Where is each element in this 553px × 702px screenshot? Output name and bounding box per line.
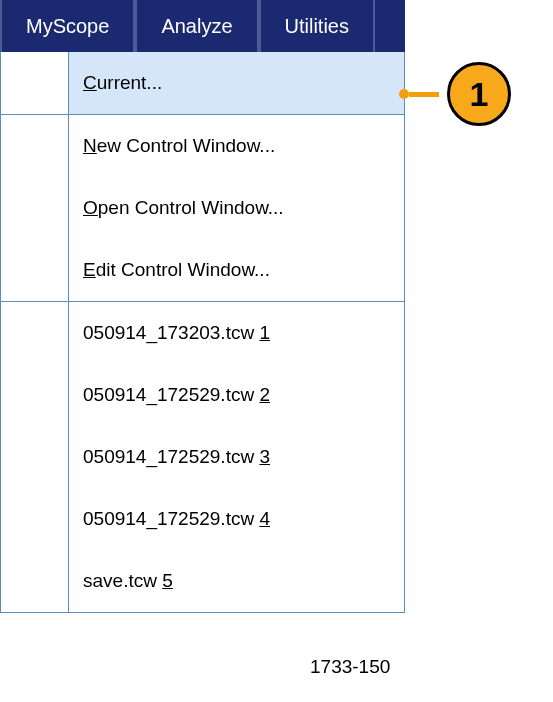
menu-item-label: 050914_172529.tcw 4 — [69, 490, 284, 548]
menu-gutter — [1, 115, 69, 177]
menu-gutter — [1, 177, 69, 239]
figure-id: 1733-150 — [310, 656, 390, 678]
menu-item-label: Edit Control Window... — [69, 241, 284, 299]
menu-tab-analyze[interactable]: Analyze — [135, 0, 258, 52]
menu-item-label: 050914_173203.tcw 1 — [69, 304, 284, 362]
menu-item-recent-4[interactable]: 050914_172529.tcw 4 — [1, 488, 404, 550]
callout-1: 1 — [405, 62, 511, 126]
menu-item-label: Current... — [69, 54, 176, 112]
menu-tab-utilities[interactable]: Utilities — [259, 0, 375, 52]
menu-gutter — [1, 52, 69, 114]
menu-tab-myscope[interactable]: MyScope — [0, 0, 135, 52]
menu-item-new-control-window[interactable]: New Control Window... — [1, 115, 404, 177]
dropdown-section-recent: 050914_173203.tcw 1 050914_172529.tcw 2 … — [1, 302, 404, 612]
menu-gutter — [1, 364, 69, 426]
menu-gutter — [1, 302, 69, 364]
menubar: MyScope Analyze Utilities — [0, 0, 405, 52]
menu-item-label: 050914_172529.tcw 3 — [69, 428, 284, 486]
dropdown-section-current: Current... — [1, 52, 404, 115]
callout-circle: 1 — [447, 62, 511, 126]
menu-item-label: Open Control Window... — [69, 179, 298, 237]
menu-gutter — [1, 488, 69, 550]
menu-gutter — [1, 550, 69, 612]
menu-item-label: 050914_172529.tcw 2 — [69, 366, 284, 424]
menu-item-edit-control-window[interactable]: Edit Control Window... — [1, 239, 404, 301]
menu-gutter — [1, 426, 69, 488]
menu-item-recent-2[interactable]: 050914_172529.tcw 2 — [1, 364, 404, 426]
dropdown-menu: Current... New Control Window... Open Co… — [0, 52, 405, 613]
menu-item-label: New Control Window... — [69, 117, 289, 175]
menu-item-recent-1[interactable]: 050914_173203.tcw 1 — [1, 302, 404, 364]
menu-item-current[interactable]: Current... — [1, 52, 404, 114]
dropdown-section-control: New Control Window... Open Control Windo… — [1, 115, 404, 302]
menu-item-label: save.tcw 5 — [69, 552, 187, 610]
menu-item-recent-5[interactable]: save.tcw 5 — [1, 550, 404, 612]
callout-dot — [399, 89, 409, 99]
menu-item-open-control-window[interactable]: Open Control Window... — [1, 177, 404, 239]
menu-gutter — [1, 239, 69, 301]
callout-line — [409, 92, 439, 97]
menu-item-recent-3[interactable]: 050914_172529.tcw 3 — [1, 426, 404, 488]
